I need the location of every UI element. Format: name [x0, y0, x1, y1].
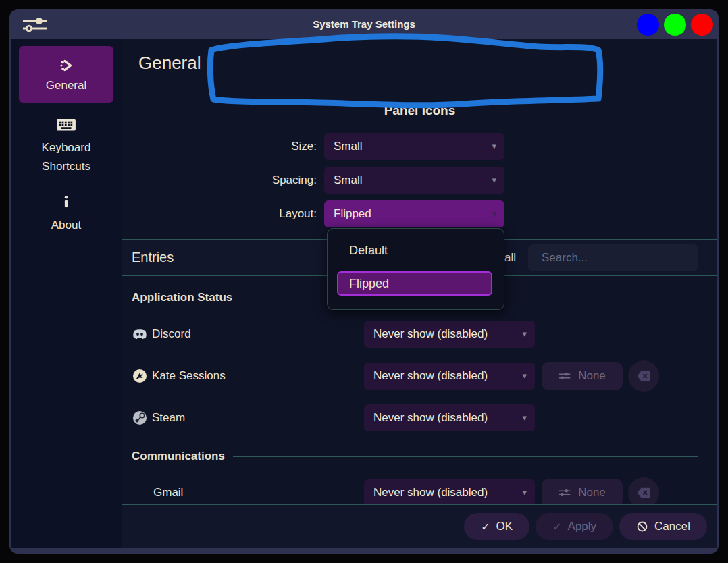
layout-value: Flipped	[334, 207, 371, 221]
backspace-icon	[636, 370, 651, 382]
visibility-value: Never show (disabled)	[373, 327, 488, 341]
layout-dropdown-popup: Default Flipped	[327, 228, 504, 310]
keyboard-icon	[56, 117, 76, 132]
visibility-dropdown[interactable]: Never show (disabled) ▾	[364, 321, 535, 348]
sidebar: General Keyboard Shortcuts	[11, 39, 122, 548]
entry-row-gmail: Gmail Never show (disabled) ▾ None	[122, 479, 717, 506]
content-pane: General Panel Icons Size: Small ▾ Spacin…	[122, 39, 717, 548]
panel-icons-divider	[261, 126, 577, 126]
size-dropdown[interactable]: Small ▾	[324, 133, 504, 160]
visibility-value: Never show (disabled)	[373, 369, 488, 383]
shortcut-button[interactable]: None	[542, 362, 623, 390]
size-value: Small	[334, 140, 363, 153]
clear-shortcut-button[interactable]	[628, 360, 659, 392]
visibility-value: Never show (disabled)	[373, 411, 488, 425]
search-input[interactable]	[540, 250, 692, 265]
titlebar: System Tray Settings	[9, 9, 719, 39]
kate-icon	[132, 368, 148, 384]
sidebar-item-label: About	[51, 216, 81, 235]
entry-row-discord: Discord Never show (disabled) ▾	[122, 321, 717, 348]
chevron-down-icon: ▾	[492, 167, 496, 194]
chevron-down-icon: ▾	[522, 479, 527, 506]
entries-title: Entries	[132, 250, 174, 265]
info-icon	[59, 194, 74, 210]
entry-label: Gmail	[153, 479, 183, 506]
chevron-down-icon: ▾	[522, 363, 527, 390]
cancel-button[interactable]: Cancel	[619, 513, 707, 540]
shortcut-value: None	[578, 486, 606, 500]
spacing-dropdown[interactable]: Small ▾	[324, 167, 504, 194]
titlebar-button-red[interactable]	[691, 14, 713, 36]
layout-option-flipped[interactable]: Flipped	[337, 271, 492, 296]
entry-row-kate-sessions: Kate Sessions Never show (disabled) ▾ No…	[122, 363, 717, 390]
entry-row-steam: Steam Never show (disabled) ▾	[122, 404, 717, 431]
ok-label: OK	[496, 520, 513, 533]
apply-button[interactable]: ✓ Apply	[536, 513, 613, 540]
sidebar-item-label: Keyboard Shortcuts	[26, 138, 107, 176]
shortcut-sliders-icon	[558, 488, 572, 498]
sidebar-item-about[interactable]: About	[11, 194, 122, 235]
shortcut-button[interactable]: None	[542, 479, 623, 507]
chevron-down-icon: ▾	[522, 404, 527, 431]
settings-window: System Tray Settings General	[9, 9, 719, 554]
section-title-application-status: Application Status	[132, 291, 232, 304]
panel-icons-heading: Panel Icons	[122, 103, 717, 118]
layout-dropdown[interactable]: Flipped ▾	[324, 200, 504, 227]
general-icon	[57, 57, 75, 74]
chevron-down-icon: ▾	[492, 200, 496, 227]
cancel-label: Cancel	[654, 520, 690, 533]
spacing-label: Spacing:	[122, 167, 317, 194]
visibility-dropdown[interactable]: Never show (disabled) ▾	[364, 363, 535, 390]
visibility-value: Never show (disabled)	[373, 486, 488, 500]
page-title: General	[138, 53, 201, 74]
cancel-icon	[636, 520, 648, 533]
section-title-communications: Communications	[132, 450, 225, 463]
section-divider	[233, 456, 698, 457]
titlebar-button-green[interactable]	[664, 14, 686, 36]
check-icon: ✓	[481, 520, 490, 533]
shortcut-sliders-icon	[558, 371, 572, 381]
chevron-down-icon: ▾	[522, 321, 527, 348]
sidebar-item-label: General	[46, 79, 86, 92]
entry-label: Discord	[152, 321, 191, 348]
entry-label: Steam	[152, 404, 185, 431]
window-title: System Tray Settings	[9, 9, 719, 39]
show-all-label-fragment[interactable]: all	[504, 251, 516, 265]
discord-icon	[132, 326, 148, 342]
dialog-footer: ✓ OK ✓ Apply Cancel	[122, 504, 717, 548]
steam-icon	[132, 410, 148, 426]
entry-label: Kate Sessions	[152, 363, 226, 390]
check-icon: ✓	[552, 520, 561, 533]
visibility-dropdown[interactable]: Never show (disabled) ▾	[364, 404, 535, 431]
search-box	[528, 244, 698, 271]
sidebar-item-general[interactable]: General	[19, 46, 113, 103]
visibility-dropdown[interactable]: Never show (disabled) ▾	[364, 479, 535, 506]
apply-label: Apply	[568, 520, 597, 533]
shortcut-value: None	[578, 369, 606, 383]
ok-button[interactable]: ✓ OK	[464, 513, 529, 540]
size-label: Size:	[122, 133, 317, 160]
layout-option-default[interactable]: Default	[349, 237, 388, 264]
sidebar-item-keyboard-shortcuts[interactable]: Keyboard Shortcuts	[11, 117, 122, 176]
titlebar-button-blue[interactable]	[637, 14, 659, 36]
chevron-down-icon: ▾	[492, 133, 496, 160]
layout-label: Layout:	[122, 200, 317, 227]
backspace-icon	[636, 487, 651, 499]
spacing-value: Small	[334, 173, 363, 187]
